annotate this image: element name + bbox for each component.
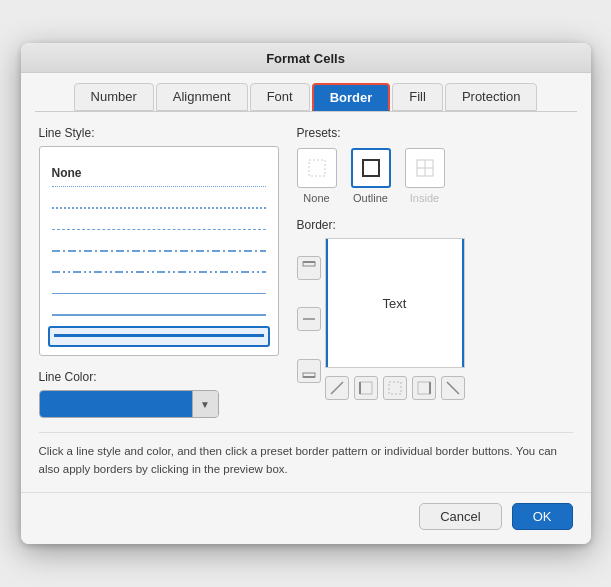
border-diag-up-btn[interactable] bbox=[325, 376, 349, 400]
instructions-text: Click a line style and color, and then c… bbox=[39, 432, 573, 478]
line-style-none[interactable]: None bbox=[48, 155, 270, 176]
color-dropdown-arrow-icon[interactable]: ▼ bbox=[192, 391, 218, 417]
svg-line-10 bbox=[331, 382, 343, 394]
border-top-btn[interactable] bbox=[297, 256, 321, 280]
presets-label: Presets: bbox=[297, 126, 573, 140]
border-none-btn[interactable] bbox=[383, 376, 407, 400]
svg-rect-1 bbox=[363, 160, 379, 176]
svg-rect-13 bbox=[389, 382, 401, 394]
preset-none-label: None bbox=[303, 192, 329, 204]
preset-none[interactable]: None bbox=[297, 148, 337, 204]
border-middle-h-btn[interactable] bbox=[297, 307, 321, 331]
tab-font[interactable]: Font bbox=[250, 83, 310, 111]
presets-row: None Outline bbox=[297, 148, 573, 204]
svg-line-16 bbox=[447, 382, 459, 394]
border-bottom-btn[interactable] bbox=[297, 359, 321, 383]
border-section-label: Border: bbox=[297, 218, 573, 232]
tab-bar: Number Alignment Font Border Fill Protec… bbox=[21, 73, 591, 111]
preview-column: Text bbox=[325, 238, 465, 400]
border-left-btn[interactable] bbox=[354, 376, 378, 400]
preset-none-icon bbox=[297, 148, 337, 188]
svg-rect-11 bbox=[360, 382, 372, 394]
preset-inside-icon bbox=[405, 148, 445, 188]
preset-outline-label: Outline bbox=[353, 192, 388, 204]
line-style-solid-thick[interactable] bbox=[48, 326, 270, 347]
format-cells-dialog: Format Cells Number Alignment Font Borde… bbox=[21, 43, 591, 544]
tab-protection[interactable]: Protection bbox=[445, 83, 538, 111]
preset-outline-icon bbox=[351, 148, 391, 188]
tab-content: Line Style: None bbox=[21, 112, 591, 492]
line-style-dashed-light[interactable] bbox=[48, 219, 270, 240]
preview-right-border bbox=[462, 239, 464, 367]
tab-number[interactable]: Number bbox=[74, 83, 154, 111]
main-columns: Line Style: None bbox=[39, 126, 573, 418]
preview-text: Text bbox=[383, 296, 407, 311]
line-style-dashdotdot[interactable] bbox=[48, 262, 270, 283]
border-diag-down-btn[interactable] bbox=[441, 376, 465, 400]
preset-outline[interactable]: Outline bbox=[351, 148, 391, 204]
color-swatch bbox=[40, 391, 192, 417]
tab-alignment[interactable]: Alignment bbox=[156, 83, 248, 111]
svg-rect-14 bbox=[418, 382, 430, 394]
line-style-dotted-medium[interactable] bbox=[48, 198, 270, 219]
svg-rect-0 bbox=[309, 160, 325, 176]
left-column: Line Style: None bbox=[39, 126, 279, 418]
line-style-dashdot[interactable] bbox=[48, 241, 270, 262]
dialog-title: Format Cells bbox=[21, 43, 591, 73]
line-color-label: Line Color: bbox=[39, 370, 279, 384]
preview-left-border bbox=[326, 239, 328, 367]
line-color-section: Line Color: ▼ bbox=[39, 370, 279, 418]
border-left-buttons bbox=[297, 238, 321, 400]
line-color-dropdown[interactable]: ▼ bbox=[39, 390, 219, 418]
bottom-border-buttons bbox=[325, 376, 465, 400]
dialog-footer: Cancel OK bbox=[21, 492, 591, 544]
line-style-label: Line Style: bbox=[39, 126, 279, 140]
line-style-solid-thin[interactable] bbox=[48, 283, 270, 304]
border-preview-box[interactable]: Text bbox=[325, 238, 465, 368]
preset-inside-label: Inside bbox=[410, 192, 439, 204]
line-style-box: None bbox=[39, 146, 279, 356]
right-column: Presets: None bbox=[297, 126, 573, 418]
ok-button[interactable]: OK bbox=[512, 503, 573, 530]
line-style-solid-medium[interactable] bbox=[48, 304, 270, 325]
tab-border[interactable]: Border bbox=[312, 83, 391, 111]
preset-inside[interactable]: Inside bbox=[405, 148, 445, 204]
cancel-button[interactable]: Cancel bbox=[419, 503, 501, 530]
line-style-dotted-thin[interactable] bbox=[48, 177, 270, 198]
tab-fill[interactable]: Fill bbox=[392, 83, 443, 111]
border-right-btn[interactable] bbox=[412, 376, 436, 400]
border-area-wrapper: Text bbox=[297, 238, 573, 400]
